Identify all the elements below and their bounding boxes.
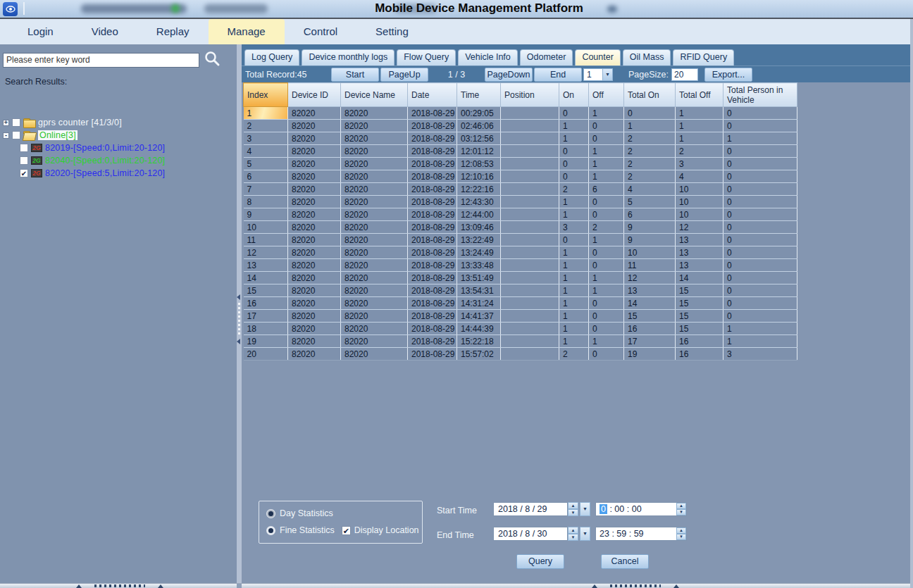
- collapse-up-icon[interactable]: [76, 584, 82, 588]
- column-header[interactable]: Index: [244, 83, 288, 107]
- bottom-splitter-grip[interactable]: [76, 584, 163, 588]
- column-header[interactable]: Total Person in Vehicle: [723, 83, 797, 107]
- table-row[interactable]: 1182020820202018-08-2913:22:49019130: [244, 234, 797, 246]
- tree-item[interactable]: -Online[3]: [1, 129, 237, 142]
- collapse-icon[interactable]: -: [3, 132, 9, 139]
- app-icon[interactable]: [3, 2, 18, 16]
- table-row[interactable]: 1582020820202018-08-2913:54:311113150: [244, 284, 797, 297]
- splitter-grip[interactable]: [238, 303, 240, 337]
- column-header[interactable]: Device Name: [341, 83, 408, 107]
- start-date-spinner[interactable]: ▲▼: [568, 502, 578, 516]
- nav-tab-setting[interactable]: Setting: [356, 19, 428, 44]
- nav-tab-video[interactable]: Video: [73, 19, 137, 44]
- search-input[interactable]: [3, 53, 199, 68]
- table-row[interactable]: 382020820202018-08-2903:12:5610211: [244, 132, 797, 145]
- tab-rfid-query[interactable]: RFID Query: [673, 49, 734, 65]
- tab-vehicle-info[interactable]: Vehicle Info: [458, 49, 518, 65]
- table-row[interactable]: 282020820202018-08-2902:46:0610110: [244, 120, 797, 132]
- search-icon[interactable]: [204, 50, 221, 70]
- table-row[interactable]: 582020820202018-08-2912:08:5301230: [244, 158, 797, 170]
- nav-tab-manage[interactable]: Manage: [209, 19, 285, 44]
- table-row[interactable]: 1382020820202018-08-2913:33:481011130: [244, 259, 797, 272]
- tab-device-monthly-logs[interactable]: Device monthly logs: [302, 49, 395, 65]
- vertical-splitter[interactable]: [237, 44, 242, 583]
- export-button[interactable]: Export...: [704, 68, 752, 82]
- end-date-spinner[interactable]: ▲▼: [568, 527, 578, 541]
- day-statistics-radio[interactable]: [266, 509, 275, 518]
- start-time-input[interactable]: 0 : 00 : 00 ▲▼: [595, 502, 687, 516]
- start-hour-segment[interactable]: 0: [600, 504, 607, 514]
- column-header[interactable]: Device ID: [288, 83, 341, 107]
- end-date-dropdown[interactable]: ▼: [580, 527, 590, 541]
- expand-icon[interactable]: +: [3, 120, 9, 126]
- table-row[interactable]: 682020820202018-08-2912:10:1601240: [244, 170, 797, 183]
- table-row[interactable]: 1482020820202018-08-2913:51:491112140: [244, 272, 797, 284]
- nav-tab-replay[interactable]: Replay: [137, 19, 209, 44]
- collapse-up-icon[interactable]: [673, 584, 679, 588]
- fine-statistics-radio[interactable]: [266, 526, 275, 535]
- table-row[interactable]: 1782020820202018-08-2914:41:371015150: [244, 310, 797, 323]
- tree-checkbox[interactable]: [12, 131, 20, 139]
- column-header[interactable]: Time: [457, 83, 501, 107]
- table-row[interactable]: 182020820202018-08-2900:29:0501010: [244, 107, 797, 120]
- tree-item[interactable]: 2G82019-[Speed:0,Limit:20-120]: [1, 142, 237, 154]
- tree-item[interactable]: +gprs counter [41/3/0]: [1, 116, 237, 129]
- table-row[interactable]: 882020820202018-08-2912:43:30105100: [244, 196, 797, 208]
- collapse-up-icon[interactable]: [158, 584, 163, 588]
- table-row[interactable]: 982020820202018-08-2912:44:00106100: [244, 208, 797, 221]
- nav-tab-login[interactable]: Login: [8, 19, 73, 44]
- table-row[interactable]: 1682020820202018-08-2914:31:241014150: [244, 297, 797, 310]
- blurred-browser-tab: [204, 4, 268, 13]
- table-row[interactable]: 2082020820202018-08-2915:57:022019163: [244, 348, 797, 361]
- start-time-spinner[interactable]: ▲▼: [676, 503, 686, 515]
- column-header[interactable]: On: [559, 83, 589, 107]
- nav-tab-control[interactable]: Control: [285, 19, 356, 44]
- table-row[interactable]: 1882020820202018-08-2914:44:391016151: [244, 323, 797, 335]
- page-select-combo[interactable]: 1 ▼: [583, 68, 613, 81]
- chevron-down-icon[interactable]: ▼: [602, 69, 612, 80]
- tab-odometer[interactable]: Odometer: [520, 49, 573, 65]
- column-header[interactable]: Total Off: [676, 83, 723, 107]
- display-location-checkbox[interactable]: ✔: [342, 526, 351, 535]
- tab-oil-mass[interactable]: Oil Mass: [623, 49, 671, 65]
- start-time-label: Start Time: [437, 506, 477, 515]
- tree-checkbox[interactable]: [20, 156, 28, 165]
- end-time-input[interactable]: 23 : 59 : 59 ▲▼: [595, 527, 687, 541]
- collapse-left-icon[interactable]: [237, 339, 240, 344]
- column-header[interactable]: Position: [501, 83, 559, 107]
- collapse-left-icon[interactable]: [237, 294, 240, 300]
- start-date-input[interactable]: 2018 / 8 / 29: [493, 502, 568, 516]
- start-button[interactable]: Start: [331, 68, 379, 82]
- tab-counter[interactable]: Counter: [575, 49, 620, 65]
- splitter-grip[interactable]: [94, 584, 145, 587]
- collapse-up-icon[interactable]: [592, 584, 597, 588]
- tree-checkbox[interactable]: ✔: [20, 169, 28, 177]
- page-down-button[interactable]: PageDown: [485, 68, 533, 82]
- table-row[interactable]: 1282020820202018-08-2913:24:491010130: [244, 246, 797, 259]
- tree-item[interactable]: 2G82040-[Speed:0,Limit:20-120]: [1, 154, 237, 167]
- records-table: IndexDevice IDDevice NameDateTimePositio…: [243, 82, 797, 361]
- start-date-dropdown[interactable]: ▼: [580, 502, 590, 516]
- page-size-label: PageSize:: [628, 70, 669, 80]
- end-time-spinner[interactable]: ▲▼: [676, 527, 686, 540]
- table-row[interactable]: 482020820202018-08-2912:01:1201220: [244, 145, 797, 158]
- end-date-input[interactable]: 2018 / 8 / 30: [493, 527, 568, 541]
- page-up-button[interactable]: PageUp: [380, 68, 428, 82]
- page-size-input[interactable]: [671, 68, 698, 81]
- tree-item[interactable]: ✔2G82020-[Speed:5,Limit:20-120]: [1, 167, 237, 180]
- table-row[interactable]: 1082020820202018-08-2913:09:46329120: [244, 221, 797, 234]
- end-button[interactable]: End: [534, 68, 582, 82]
- column-header[interactable]: Total On: [624, 83, 676, 107]
- table-row[interactable]: 1982020820202018-08-2915:22:181117161: [244, 335, 797, 348]
- cancel-button[interactable]: Cancel: [601, 554, 649, 569]
- tab-log-query[interactable]: Log Query: [244, 49, 299, 65]
- splitter-grip[interactable]: [610, 584, 661, 587]
- tree-checkbox[interactable]: [20, 144, 28, 152]
- tab-flow-query[interactable]: Flow Query: [397, 49, 456, 65]
- query-button[interactable]: Query: [516, 554, 564, 569]
- table-row[interactable]: 782020820202018-08-2912:22:16264100: [244, 183, 797, 196]
- bottom-splitter-grip[interactable]: [592, 584, 679, 588]
- tree-checkbox[interactable]: [12, 118, 20, 127]
- column-header[interactable]: Off: [589, 83, 624, 107]
- column-header[interactable]: Date: [408, 83, 457, 107]
